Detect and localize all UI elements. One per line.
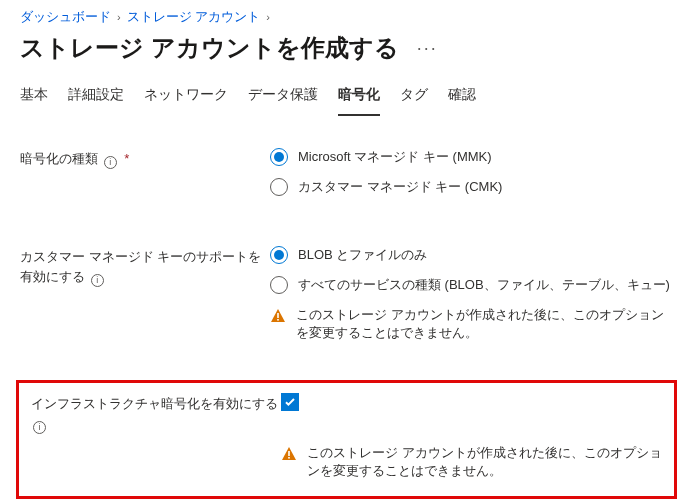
- info-icon[interactable]: i: [104, 156, 117, 169]
- radio-cmk[interactable]: カスタマー マネージド キー (CMK): [270, 178, 673, 196]
- radio-label: Microsoft マネージド キー (MMK): [298, 148, 492, 166]
- breadcrumb-item-storage[interactable]: ストレージ アカウント: [127, 8, 261, 26]
- tab-data-protection[interactable]: データ保護: [248, 82, 318, 116]
- radio-mmk[interactable]: Microsoft マネージド キー (MMK): [270, 148, 673, 166]
- radio-label: BLOB とファイルのみ: [298, 246, 427, 264]
- row-infra-encryption-highlight: インフラストラクチャ暗号化を有効にする i このストレージ アカウントが作成され…: [16, 380, 677, 499]
- radio-blob-file[interactable]: BLOB とファイルのみ: [270, 246, 673, 264]
- radio-input-mmk[interactable]: [270, 148, 288, 166]
- label-infra-encryption: インフラストラクチャ暗号化を有効にする i: [31, 393, 281, 434]
- row-encryption-type: 暗号化の種類 i * Microsoft マネージド キー (MMK) カスタマ…: [20, 148, 673, 208]
- info-icon[interactable]: i: [91, 274, 104, 287]
- radio-label: すべてのサービスの種類 (BLOB、ファイル、テーブル、キュー): [298, 276, 670, 294]
- page-title: ストレージ アカウントを作成する: [20, 32, 399, 64]
- svg-rect-3: [288, 457, 290, 459]
- info-icon[interactable]: i: [33, 421, 46, 434]
- svg-rect-1: [277, 319, 279, 321]
- radio-input-all-services[interactable]: [270, 276, 288, 294]
- tab-tags[interactable]: タグ: [400, 82, 428, 116]
- chevron-right-icon: ›: [266, 11, 270, 23]
- label-encryption-type: 暗号化の種類 i *: [20, 148, 270, 169]
- tabs: 基本 詳細設定 ネットワーク データ保護 暗号化 タグ 確認: [8, 82, 685, 116]
- label-cmk-support: カスタマー マネージド キーのサポートを有効にする i: [20, 246, 270, 287]
- warning-text: このストレージ アカウントが作成された後に、このオプションを変更することはできま…: [296, 306, 673, 342]
- breadcrumb: ダッシュボード › ストレージ アカウント ›: [8, 8, 685, 26]
- tab-review[interactable]: 確認: [448, 82, 476, 116]
- warning-icon: [270, 308, 286, 324]
- tab-basic[interactable]: 基本: [20, 82, 48, 116]
- radio-input-cmk[interactable]: [270, 178, 288, 196]
- chevron-right-icon: ›: [117, 11, 121, 23]
- row-infra-encryption: インフラストラクチャ暗号化を有効にする i: [31, 393, 662, 434]
- radio-label: カスタマー マネージド キー (CMK): [298, 178, 502, 196]
- form: 暗号化の種類 i * Microsoft マネージド キー (MMK) カスタマ…: [8, 116, 685, 372]
- warning-text: このストレージ アカウントが作成された後に、このオプションを変更することはできま…: [307, 444, 662, 480]
- required-indicator: *: [124, 151, 129, 166]
- breadcrumb-item-dashboard[interactable]: ダッシュボード: [20, 8, 111, 26]
- warning-cmk: このストレージ アカウントが作成された後に、このオプションを変更することはできま…: [270, 306, 673, 342]
- checkbox-infra-encryption[interactable]: [281, 393, 299, 411]
- tab-encryption[interactable]: 暗号化: [338, 82, 380, 116]
- warning-infra: このストレージ アカウントが作成された後に、このオプションを変更することはできま…: [281, 444, 662, 480]
- svg-rect-2: [288, 451, 290, 456]
- svg-rect-0: [277, 313, 279, 318]
- warning-icon: [281, 446, 297, 462]
- row-cmk-support: カスタマー マネージド キーのサポートを有効にする i BLOB とファイルのみ…: [20, 246, 673, 346]
- radio-all-services[interactable]: すべてのサービスの種類 (BLOB、ファイル、テーブル、キュー): [270, 276, 673, 294]
- check-icon: [283, 395, 297, 409]
- tab-advanced[interactable]: 詳細設定: [68, 82, 124, 116]
- more-actions-button[interactable]: ···: [417, 38, 438, 59]
- radio-input-blob-file[interactable]: [270, 246, 288, 264]
- tab-networking[interactable]: ネットワーク: [144, 82, 228, 116]
- title-row: ストレージ アカウントを作成する ···: [8, 26, 685, 82]
